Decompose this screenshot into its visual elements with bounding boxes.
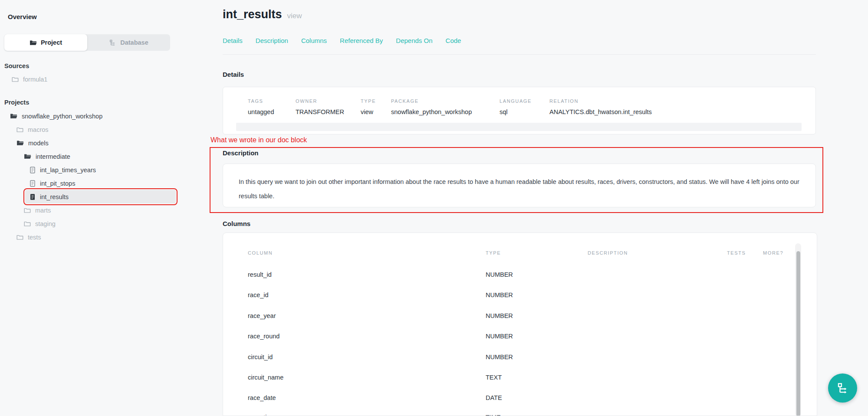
sidebar-item-int-results[interactable]: int_results <box>25 190 176 203</box>
folder-open-icon <box>10 113 17 119</box>
folder-icon <box>16 127 23 133</box>
overview-heading: Overview <box>8 13 37 20</box>
columns-section-heading: Columns <box>223 220 250 227</box>
scrollbar-track[interactable] <box>795 243 801 416</box>
collapsed-strip <box>236 123 802 131</box>
sidebar-item-int-lap-times-years[interactable]: int_lap_times_years <box>0 163 182 177</box>
folder-icon <box>24 221 31 227</box>
tab-depends-on[interactable]: Depends On <box>396 37 432 44</box>
sidebar-item-tests[interactable]: tests <box>0 230 182 244</box>
sources-heading: Sources <box>4 62 29 69</box>
model-name: int_results <box>223 8 282 21</box>
divider <box>223 54 816 55</box>
sidebar-item-staging[interactable]: staging <box>0 217 182 230</box>
tab-bar: Details Description Columns Referenced B… <box>223 37 461 44</box>
scrollbar-thumb[interactable] <box>796 251 800 416</box>
project-toggle-button[interactable]: Project <box>4 34 87 51</box>
sidebar-item-models[interactable]: models <box>0 136 182 150</box>
model-type-badge: view <box>287 12 302 20</box>
details-section-heading: Details <box>223 71 244 78</box>
details-card: TAGS untagged OWNER TRANSFORMER TYPE vie… <box>223 87 816 134</box>
tab-code[interactable]: Code <box>446 37 461 44</box>
folder-open-icon <box>16 140 24 146</box>
project-tree: snowflake_python_workshop macros models … <box>0 109 182 244</box>
column-header-more: MORE? <box>763 250 783 255</box>
sidebar-item-macros[interactable]: macros <box>0 123 182 136</box>
sidebar-item-marts[interactable]: marts <box>0 203 182 217</box>
lineage-graph-icon <box>836 382 849 395</box>
database-toggle-label: Database <box>120 39 148 46</box>
database-toggle-button[interactable]: Database <box>87 34 170 51</box>
folder-open-icon <box>24 153 31 160</box>
folder-open-icon <box>30 39 37 46</box>
column-header-tests: TESTS <box>727 250 746 255</box>
tree-icon <box>109 39 116 46</box>
file-icon <box>30 167 36 174</box>
description-section-heading: Description <box>223 149 259 157</box>
table-row[interactable]: circuit_name TEXT <box>223 374 817 383</box>
table-row[interactable]: race_id NUMBER <box>223 292 817 300</box>
page-title: int_results view <box>223 8 302 21</box>
column-header-column: COLUMN <box>248 250 273 255</box>
table-row[interactable]: result_id NUMBER <box>223 271 817 280</box>
tab-referenced-by[interactable]: Referenced By <box>340 37 383 44</box>
folder-icon <box>12 76 19 82</box>
sidebar-item-intermediate[interactable]: intermediate <box>0 150 182 163</box>
tab-description[interactable]: Description <box>256 37 288 44</box>
doc-block-annotation: What we wrote in our doc block <box>210 136 307 144</box>
tab-columns[interactable]: Columns <box>301 37 327 44</box>
folder-icon <box>24 207 31 213</box>
table-row[interactable]: circuit_id NUMBER <box>223 354 817 362</box>
table-row[interactable]: race_round NUMBER <box>223 333 817 341</box>
columns-card: COLUMN TYPE DESCRIPTION TESTS MORE? resu… <box>223 233 817 416</box>
view-toggle: Project Database <box>4 34 170 51</box>
folder-icon <box>16 234 23 240</box>
projects-heading: Projects <box>4 99 29 106</box>
column-header-description: DESCRIPTION <box>588 250 628 255</box>
file-solid-icon <box>30 193 36 200</box>
project-toggle-label: Project <box>41 39 62 46</box>
tab-details[interactable]: Details <box>223 37 243 44</box>
file-icon <box>30 180 36 187</box>
lineage-graph-button[interactable] <box>828 373 857 403</box>
sidebar-item-snowflake-python-workshop[interactable]: snowflake_python_workshop <box>0 109 182 123</box>
description-card: In this query we want to join out other … <box>223 164 816 207</box>
column-header-type: TYPE <box>486 250 501 255</box>
table-row[interactable]: race_date DATE <box>223 394 817 403</box>
table-row[interactable]: race_time TIME <box>223 414 817 416</box>
sidebar-item-formula1[interactable]: formula1 <box>12 74 47 85</box>
table-row[interactable]: race_year NUMBER <box>223 312 817 321</box>
sidebar: Overview Project Database Sources formul… <box>0 0 191 416</box>
sidebar-item-int-pit-stops[interactable]: int_pit_stops <box>0 177 182 190</box>
description-text: In this query we want to join out other … <box>239 175 801 203</box>
